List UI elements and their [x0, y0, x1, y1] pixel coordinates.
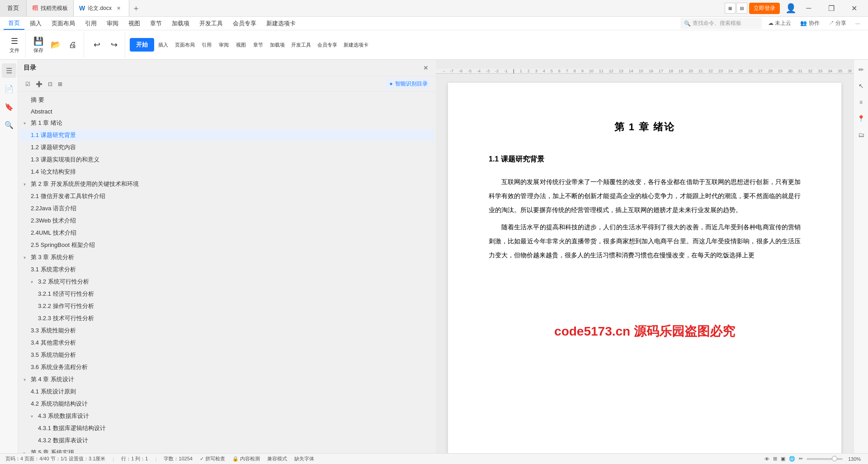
right-panel-3[interactable]: ≡ [855, 96, 868, 109]
menu-btn[interactable]: ☰ 文件 [6, 34, 23, 56]
member-btn[interactable]: 会员专享 [315, 40, 340, 50]
toc-item-ch1[interactable]: ▾ 第 1 章 绪论 [20, 117, 434, 129]
toc-close-button[interactable]: ✕ [421, 63, 430, 72]
toc-item-ch5[interactable]: ▸ 第 5 章 系统实现 [20, 447, 434, 453]
toc-item-abstract[interactable]: 摘 要 [20, 94, 434, 106]
toc-item-2-3[interactable]: 2.3Web 技术介绍 [20, 215, 434, 227]
zoom-slider[interactable] [807, 458, 843, 460]
new-option-btn[interactable]: 新建选项卡 [341, 40, 371, 50]
tab-start[interactable]: 首页 [4, 17, 24, 30]
tab-home[interactable]: 首页 [0, 0, 27, 16]
view-edit-icon[interactable]: ✏ [799, 456, 803, 462]
toc-item-ch2[interactable]: ▾ 第 2 章 开发系统所使用的关键技术和环境 [20, 178, 434, 190]
smart-toc-button[interactable]: ✦ 智能识别目录 [386, 79, 430, 89]
toc-item-2-2[interactable]: 2.2Java 语言介绍 [20, 203, 434, 214]
cloud-status[interactable]: ☁ 未上云 [765, 19, 794, 28]
right-cursor-icon[interactable]: ↖ [855, 80, 868, 92]
sidebar-icon-toc[interactable]: ☰ [2, 63, 16, 78]
restore-button[interactable]: ❐ [821, 0, 842, 17]
status-spell[interactable]: ✓ 拼写检查 [200, 455, 225, 462]
tab-chapter[interactable]: 章节 [146, 18, 166, 29]
tab-doc[interactable]: W 论文.docx ✕ [74, 0, 129, 16]
minimize-button[interactable]: ─ [798, 0, 819, 17]
layout-btn-1[interactable]: ⊞ [725, 3, 736, 14]
tab-doc-close[interactable]: ✕ [114, 4, 123, 13]
toc-item-4-3[interactable]: ▾ 4.3 系统数据库设计 [20, 410, 434, 422]
toc-item-3-2-3[interactable]: 3.2.3 技术可行性分析 [20, 312, 434, 324]
toc-item-4-3-2[interactable]: 4.3.2 数据库表设计 [20, 435, 434, 446]
toc-item-2-5[interactable]: 2.5 SpringBoot 框架介绍 [20, 239, 434, 251]
close-button[interactable]: ✕ [844, 0, 864, 17]
start-btn[interactable]: 开始 [130, 38, 154, 52]
toc-item-2-4[interactable]: 2.4UML 技术介绍 [20, 227, 434, 239]
toc-item-1-2[interactable]: 1.2 课题研究内容 [20, 142, 434, 153]
toc-item-4-1[interactable]: 4.1 系统设计原则 [20, 386, 434, 398]
tab-review[interactable]: 审阅 [102, 18, 123, 29]
toc-item-4-2[interactable]: 4.2 系统功能结构设计 [20, 398, 434, 410]
register-button[interactable]: 立即登录 [749, 3, 780, 14]
toc-item-3-5[interactable]: 3.5 系统功能分析 [20, 349, 434, 361]
sidebar-icon-file[interactable]: 📄 [2, 81, 16, 96]
view-web-icon[interactable]: 🌐 [789, 456, 795, 462]
tab-layout[interactable]: 页面布局 [47, 18, 80, 29]
sidebar-icon-bookmark[interactable]: 🔖 [2, 99, 16, 114]
toc-item-ch4[interactable]: ▾ 第 4 章 系统设计 [20, 374, 434, 385]
document-page[interactable]: code5173.cn 源码乐园盗图必究 第 1 章 绪论 1.1 课题研究背景… [448, 83, 841, 453]
save-btn[interactable]: 💾 保存 [30, 34, 47, 56]
chapter-btn[interactable]: 章节 [250, 40, 266, 50]
toc-item-3-1[interactable]: 3.1 系统需求分析 [20, 264, 434, 275]
tab-member[interactable]: 会员专享 [228, 18, 261, 29]
toc-item-1-3[interactable]: 1.3 课题实现项目的和意义 [20, 154, 434, 166]
zoom-level[interactable]: 130% [846, 456, 863, 462]
view-eye-icon[interactable]: 👁 [764, 456, 769, 462]
toc-item-1-1[interactable]: 1.1 课题研究背景 [20, 129, 434, 141]
toc-tool-expand[interactable]: ⊞ [56, 80, 64, 88]
tab-new-option[interactable]: 新建选项卡 [262, 18, 300, 29]
tab-template[interactable]: 稻 找稻壳模板 [27, 0, 74, 16]
toc-item-3-4[interactable]: 3.4 其他需求分析 [20, 337, 434, 349]
toc-item-abstract-en[interactable]: Abstract [20, 106, 434, 117]
review-btn[interactable]: 审阅 [216, 40, 232, 50]
command-search[interactable]: 🔍 查找命令、搜索模板 [680, 18, 762, 29]
layout-btn-2[interactable]: ⊟ [736, 3, 747, 14]
sidebar-icon-search[interactable]: 🔍 [2, 118, 16, 132]
new-tab-button[interactable]: ＋ [129, 0, 143, 16]
toc-tool-collapse[interactable]: ⊡ [46, 80, 54, 88]
right-location-icon[interactable]: 📍 [855, 112, 868, 125]
toc-item-3-2-2[interactable]: 3.2.2 操作可行性分析 [20, 300, 434, 312]
toc-item-ch3[interactable]: ▾ 第 3 章 系统分析 [20, 251, 434, 263]
toc-item-3-3[interactable]: 3.3 系统性能分析 [20, 325, 434, 336]
insert-ribbon-btn[interactable]: 插入 [155, 40, 171, 50]
page-layout-btn[interactable]: 页面布局 [172, 40, 198, 50]
document-area[interactable]: ← -7-6-5-4-3-2-1 | 123456789101112131415… [436, 60, 854, 453]
tab-insert[interactable]: 插入 [25, 18, 46, 29]
share-btn[interactable]: ↗ 分享 [826, 19, 849, 28]
ref-btn[interactable]: 引用 [198, 40, 215, 50]
collab-btn[interactable]: 👥 协作 [797, 19, 822, 28]
toc-item-2-1[interactable]: 2.1 微信开发者工具软件介绍 [20, 190, 434, 202]
redo-btn[interactable]: ↪ [106, 38, 122, 52]
tab-view[interactable]: 视图 [124, 18, 145, 29]
more-btn[interactable]: ··· [853, 19, 863, 28]
right-edit-icon[interactable]: ✏ [855, 63, 868, 76]
view-split-icon[interactable]: ▣ [781, 456, 785, 462]
tab-references[interactable]: 引用 [80, 18, 101, 29]
view-btn[interactable]: 视图 [233, 40, 249, 50]
toc-item-1-4[interactable]: 1.4 论文结构安排 [20, 166, 434, 178]
open-btn[interactable]: 📂 [47, 38, 64, 52]
undo-btn[interactable]: ↩ [89, 38, 105, 52]
toc-item-3-2[interactable]: ▾ 3.2 系统可行性分析 [20, 276, 434, 288]
addon-btn[interactable]: 加载项 [267, 40, 288, 50]
view-layout-icon[interactable]: ⊞ [773, 456, 777, 462]
toc-item-3-2-1[interactable]: 3.2.1 经济可行性分析 [20, 288, 434, 300]
status-content[interactable]: 🔒 内容检测 [232, 455, 260, 462]
print-btn[interactable]: 🖨 [65, 38, 81, 52]
tab-dev[interactable]: 开发工具 [195, 18, 227, 29]
tab-addons[interactable]: 加载项 [167, 18, 194, 29]
toc-item-3-6[interactable]: 3.6 系统业务流程分析 [20, 361, 434, 373]
toc-item-4-3-1[interactable]: 4.3.1 数据库逻辑结构设计 [20, 422, 434, 434]
right-panel-5[interactable]: 🗂 [855, 128, 868, 141]
devtool-btn[interactable]: 开发工具 [288, 40, 314, 50]
toc-tool-check[interactable]: ☑ [24, 80, 32, 88]
toc-tool-add[interactable]: ➕ [34, 80, 44, 88]
